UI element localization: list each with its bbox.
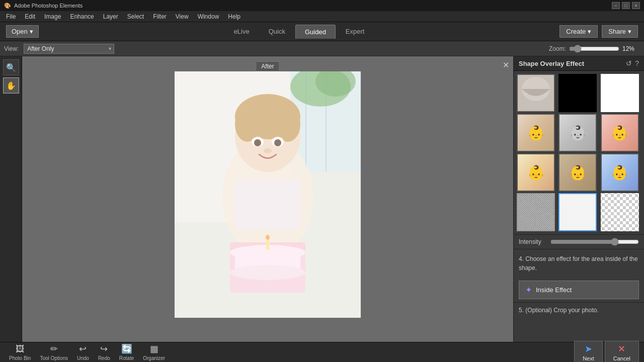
intensity-label: Intensity [519, 238, 546, 245]
help-panel-icon[interactable]: ? [635, 59, 639, 67]
white-selected-thumb-svg [559, 194, 596, 230]
modebar-left: Open ▾ [6, 25, 39, 38]
menu-enhance[interactable]: Enhance [66, 12, 98, 21]
thumb-transparent[interactable] [601, 193, 639, 231]
modebar-right: Create ▾ Share ▾ [559, 25, 638, 38]
photo-frame [175, 71, 361, 318]
thumb-shape-preview[interactable] [517, 74, 555, 112]
open-button[interactable]: Open ▾ [6, 25, 39, 38]
modebar: Open ▾ eLive Quick Guided Expert Create … [0, 22, 644, 41]
create-arrow: ▾ [588, 28, 591, 35]
tool-options-button[interactable]: ✏ Tool Options [36, 342, 72, 362]
view-select[interactable]: After Only Before Only Before & After (H… [24, 44, 114, 54]
right-panel-title: Shape Overlay Effect [519, 60, 584, 67]
menu-help[interactable]: Help [224, 12, 245, 21]
photo-content [175, 71, 361, 318]
svg-rect-28 [559, 75, 596, 111]
tab-elive[interactable]: eLive [225, 25, 259, 39]
create-label: Create [566, 28, 586, 35]
modebar-tabs: eLive Quick Guided Expert [225, 25, 374, 39]
main-layout: 🔍 ✋ After ✕ [0, 56, 644, 342]
menu-window[interactable]: Window [194, 12, 223, 21]
after-label: After [256, 61, 279, 71]
photo-bin-button[interactable]: 🖼 Photo Bin [5, 343, 35, 362]
viewbar: View: After Only Before Only Before & Af… [0, 41, 644, 56]
menu-image[interactable]: Image [40, 12, 65, 21]
organizer-button[interactable]: ▦ Organizer [139, 342, 169, 362]
menu-file[interactable]: File [2, 12, 20, 21]
next-label: Next [583, 355, 594, 361]
zoom-value: 12% [622, 45, 640, 52]
next-icon: ➤ [585, 343, 592, 354]
zoom-group: Zoom: 12% [549, 45, 640, 53]
next-button[interactable]: ➤ Next [574, 341, 603, 363]
maximize-button[interactable]: □ [622, 2, 630, 9]
canvas-area: After ✕ [22, 56, 513, 342]
reset-panel-icon[interactable]: ↺ [626, 59, 632, 67]
close-canvas-button[interactable]: ✕ [503, 60, 509, 70]
thumb-baby-cool[interactable]: 👶 [601, 153, 639, 192]
photo-bin-icon: 🖼 [16, 344, 25, 354]
tab-expert[interactable]: Expert [337, 25, 374, 39]
thumb-white-plain[interactable] [601, 74, 639, 112]
thumb-baby-warm[interactable]: 👶 [517, 153, 555, 192]
open-arrow: ▾ [30, 28, 33, 35]
rotate-button[interactable]: 🔄 Rotate [115, 342, 138, 362]
app-title: Adobe Photoshop Elements [14, 3, 83, 9]
thumb-baby-pink[interactable]: 👶 [601, 114, 639, 152]
hand-tool[interactable]: ✋ [3, 77, 19, 94]
minimize-button[interactable]: − [612, 2, 620, 9]
close-button[interactable]: × [632, 2, 640, 9]
cancel-label: Cancel [613, 355, 630, 361]
shape-preview-svg [518, 75, 554, 111]
thumb-white-selected[interactable] [558, 193, 597, 231]
rotate-label: Rotate [119, 355, 134, 361]
view-select-wrapper: After Only Before Only Before & After (H… [24, 44, 114, 54]
tab-quick[interactable]: Quick [260, 25, 294, 39]
inside-effect-icon: ✦ [525, 285, 532, 295]
bottom-left-tools: 🖼 Photo Bin ✏ Tool Options ↩ Undo ↪ Redo… [5, 342, 169, 362]
menu-filter[interactable]: Filter [149, 12, 171, 21]
app-icon: 🎨 [4, 3, 11, 9]
photo-bin-label: Photo Bin [9, 355, 31, 361]
noise-thumb-svg [518, 194, 554, 230]
menu-layer[interactable]: Layer [99, 12, 122, 21]
menu-edit[interactable]: Edit [21, 12, 39, 21]
share-arrow: ▾ [628, 28, 631, 35]
search-tool[interactable]: 🔍 [3, 59, 19, 75]
cancel-icon: ✕ [618, 343, 625, 354]
titlebar-left: 🎨 Adobe Photoshop Elements [4, 3, 83, 9]
menu-select[interactable]: Select [123, 12, 148, 21]
thumb-baby-normal-img: 👶 [518, 115, 554, 151]
open-label: Open [12, 28, 28, 35]
menu-view[interactable]: View [172, 12, 193, 21]
cancel-button[interactable]: ✕ Cancel [605, 341, 639, 363]
share-label: Share [608, 28, 626, 35]
left-toolbar: 🔍 ✋ [0, 56, 22, 342]
zoom-slider[interactable] [569, 45, 619, 53]
create-button[interactable]: Create ▾ [559, 25, 598, 38]
share-button[interactable]: Share ▾ [602, 25, 638, 38]
titlebar-controls: − □ × [612, 2, 640, 9]
inside-effect-button[interactable]: ✦ Inside Effect [519, 281, 639, 299]
thumb-baby-sepia[interactable]: 👶 [558, 153, 597, 192]
thumb-black[interactable] [558, 74, 597, 112]
redo-label: Redo [98, 355, 110, 361]
zoom-label: Zoom: [549, 45, 566, 52]
organizer-icon: ▦ [150, 343, 158, 354]
thumb-baby-sepia-img: 👶 [559, 154, 596, 191]
undo-icon: ↩ [79, 343, 87, 354]
tab-guided[interactable]: Guided [295, 25, 336, 39]
undo-button[interactable]: ↩ Undo [73, 342, 93, 362]
description-text: 4. Choose an effect for the area inside … [514, 249, 644, 278]
thumb-baby-bw[interactable]: 👶 [558, 114, 597, 152]
svg-rect-30 [518, 194, 554, 230]
redo-button[interactable]: ↪ Redo [94, 342, 114, 362]
bottom-toolbar: 🖼 Photo Bin ✏ Tool Options ↩ Undo ↪ Redo… [0, 342, 644, 362]
menubar: File Edit Image Enhance Layer Select Fil… [0, 11, 644, 22]
thumb-baby-normal[interactable]: 👶 [517, 114, 555, 152]
intensity-slider[interactable] [550, 238, 639, 246]
thumb-noise[interactable] [517, 193, 555, 231]
thumb-baby-bw-img: 👶 [559, 115, 596, 151]
titlebar: 🎨 Adobe Photoshop Elements − □ × [0, 0, 644, 11]
